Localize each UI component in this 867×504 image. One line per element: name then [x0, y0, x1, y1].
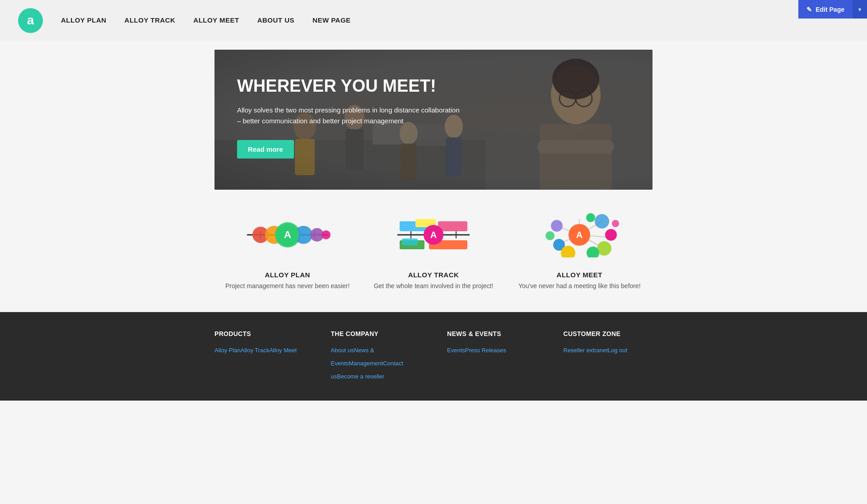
footer-column-title: NEWS & EVENTS	[447, 330, 536, 337]
footer-link[interactable]: Alloy Track	[241, 347, 270, 354]
edit-page-button[interactable]: ✎ Edit Page	[798, 0, 853, 19]
logo-letter: a	[27, 13, 34, 28]
edit-icon: ✎	[806, 6, 812, 13]
feature-icon: A	[242, 212, 333, 262]
nav-link[interactable]: ALLOY PLAN	[61, 16, 107, 24]
footer-column-title: PRODUCTS	[214, 330, 304, 337]
footer: PRODUCTSAlloy PlanAlloy TrackAlloy MeetT…	[0, 312, 867, 401]
footer-link[interactable]: Alloy Plan	[214, 347, 241, 354]
svg-text:A: A	[576, 230, 583, 240]
svg-point-52	[545, 231, 555, 240]
nav-link[interactable]: NEW PAGE	[312, 16, 351, 24]
svg-rect-41	[402, 238, 418, 245]
footer-link[interactable]: About us	[331, 347, 354, 354]
hero-subtitle: Alloy solves the two most pressing probl…	[237, 105, 463, 126]
edit-page-area: ✎ Edit Page ▾	[798, 0, 867, 19]
footer-inner: PRODUCTSAlloy PlanAlloy TrackAlloy MeetT…	[214, 330, 653, 383]
read-more-button[interactable]: Read more	[237, 140, 294, 159]
footer-column: CUSTOMER ZONEReseller extranetLog out	[564, 330, 653, 383]
svg-point-56	[586, 213, 595, 222]
top-bar: a ALLOY PLANALLOY TRACKALLOY MEETABOUT U…	[0, 0, 867, 41]
nav-link[interactable]: ALLOY MEET	[193, 16, 239, 24]
feature-item: A ALLOY TRACK Get the whole team involve…	[360, 212, 506, 289]
logo[interactable]: a	[18, 8, 43, 33]
feature-item: A ALLOY MEET You've never had a meeting …	[507, 212, 653, 289]
features-section: A ALLOY PLAN Project management has neve…	[214, 208, 653, 294]
svg-point-50	[551, 220, 563, 232]
feature-title: ALLOY MEET	[557, 271, 602, 279]
svg-text:A: A	[430, 230, 437, 240]
footer-link[interactable]: Events	[447, 347, 465, 354]
feature-title: ALLOY TRACK	[408, 271, 459, 279]
chevron-down-icon: ▾	[858, 6, 861, 13]
hero-content: WHEREVER YOU MEET! Alloy solves the two …	[237, 77, 463, 159]
footer-link[interactable]: Reseller extranet	[564, 347, 608, 354]
svg-text:A: A	[284, 229, 291, 240]
nav-link[interactable]: ABOUT US	[257, 16, 294, 24]
feature-icon: A	[534, 212, 625, 262]
footer-column-title: THE COMPANY	[331, 330, 420, 337]
footer-column: NEWS & EVENTSEventsPress Releases	[447, 330, 536, 383]
footer-link[interactable]: Alloy Meet	[269, 347, 297, 354]
svg-point-29	[322, 230, 331, 239]
feature-description: You've never had a meeting like this bef…	[518, 282, 641, 289]
footer-column: THE COMPANYAbout usNews & EventsManageme…	[331, 330, 420, 383]
edit-page-dropdown-button[interactable]: ▾	[853, 0, 867, 19]
feature-title: ALLOY PLAN	[265, 271, 310, 279]
footer-column: PRODUCTSAlloy PlanAlloy TrackAlloy Meet	[214, 330, 304, 383]
footer-column-title: CUSTOMER ZONE	[564, 330, 653, 337]
footer-link[interactable]: Log out	[608, 347, 627, 354]
footer-link[interactable]: Press Releases	[465, 347, 506, 354]
main-nav: ALLOY PLANALLOY TRACKALLOY MEETABOUT USN…	[61, 16, 351, 24]
footer-link[interactable]: Management	[349, 360, 383, 367]
feature-icon: A	[388, 212, 479, 262]
nav-link[interactable]: ALLOY TRACK	[125, 16, 176, 24]
footer-link[interactable]: Become a reseller	[337, 373, 384, 380]
svg-point-57	[612, 220, 619, 227]
svg-point-54	[605, 229, 617, 241]
edit-page-label: Edit Page	[816, 6, 844, 13]
hero-title: WHEREVER YOU MEET!	[237, 77, 463, 96]
hero-section: WHEREVER YOU MEET! Alloy solves the two …	[214, 50, 653, 190]
svg-rect-37	[438, 221, 467, 231]
feature-description: Get the whole team involved in the proje…	[374, 282, 494, 289]
feature-description: Project management has never been easier…	[225, 282, 350, 289]
feature-item: A ALLOY PLAN Project management has neve…	[214, 212, 360, 289]
svg-point-53	[595, 214, 609, 229]
logo-circle: a	[18, 8, 43, 33]
